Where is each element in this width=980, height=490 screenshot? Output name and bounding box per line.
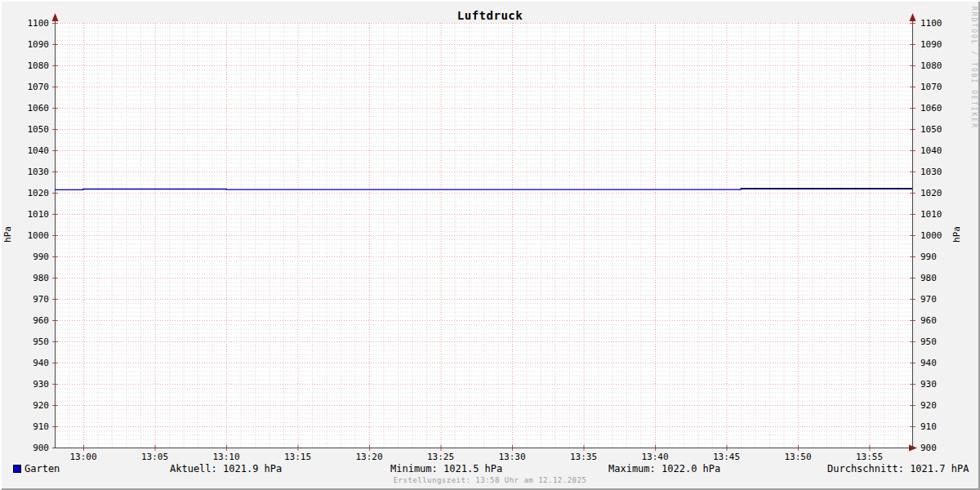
x-axis-tick-label: 13:45 xyxy=(709,452,745,462)
y-axis-tick-label-left: 950 xyxy=(15,336,49,347)
y-axis-tick-label-right: 970 xyxy=(920,294,955,305)
x-axis-tick-label: 13:00 xyxy=(65,452,101,462)
y-axis-tick-label-right: 910 xyxy=(920,421,955,432)
y-axis-tick-label-left: 1100 xyxy=(15,18,49,29)
y-axis-tick-label-left: 970 xyxy=(15,294,49,305)
x-axis-tick-label: 13:20 xyxy=(351,452,387,462)
x-axis-tick-label: 13:10 xyxy=(208,452,244,462)
y-axis-tick-label-right: 1000 xyxy=(920,230,955,241)
legend-stat-current: Aktuell: 1021.9 hPa xyxy=(170,463,282,474)
y-axis-tick-label-right: 1040 xyxy=(920,145,955,156)
y-axis-tick-label-left: 910 xyxy=(15,421,49,432)
legend-color-swatch xyxy=(13,465,21,473)
y-axis-tick-label-left: 1060 xyxy=(15,103,49,114)
y-axis-tick-label-right: 1080 xyxy=(920,60,955,71)
y-axis-tick-label-right: 920 xyxy=(920,400,955,411)
y-axis-tick-label-right: 1070 xyxy=(920,82,955,92)
y-axis-tick-label-right: 960 xyxy=(920,315,955,326)
y-axis-tick-label-left: 920 xyxy=(15,400,49,411)
y-axis-tick-label-left: 1050 xyxy=(15,124,49,135)
chart-canvas xyxy=(0,0,980,490)
x-axis-tick-label: 13:30 xyxy=(494,452,530,462)
y-axis-tick-label-right: 1020 xyxy=(920,188,955,198)
y-axis-label-left: hPa xyxy=(2,220,14,249)
y-axis-tick-label-right: 1090 xyxy=(920,39,955,50)
y-axis-tick-label-right: 990 xyxy=(920,252,955,262)
y-axis-tick-label-right: 1100 xyxy=(920,18,955,29)
pressure-graph: Luftdruck RRDTOOL / TOBI OETIKER hPa hPa… xyxy=(0,0,980,490)
y-axis-tick-label-left: 1000 xyxy=(15,230,49,241)
y-axis-tick-label-left: 1070 xyxy=(15,82,49,92)
y-axis-tick-label-left: 1010 xyxy=(15,209,49,220)
x-axis-tick-label: 13:35 xyxy=(566,452,602,462)
y-axis-tick-label-right: 940 xyxy=(920,358,955,368)
y-axis-tick-label-left: 1030 xyxy=(15,167,49,177)
y-axis-tick-label-left: 900 xyxy=(15,443,49,453)
rrdtool-watermark: RRDTOOL / TOBI OETIKER xyxy=(970,7,978,129)
legend-stat-maximum: Maximum: 1022.0 hPa xyxy=(608,463,720,474)
legend-stat-average: Durchschnitt: 1021.7 hPA xyxy=(827,463,969,474)
y-axis-tick-label-left: 990 xyxy=(15,252,49,262)
y-axis-tick-label-right: 950 xyxy=(920,336,955,347)
y-axis-tick-label-right: 1050 xyxy=(920,124,955,135)
y-axis-tick-label-right: 900 xyxy=(920,443,955,453)
y-axis-tick-label-left: 980 xyxy=(15,273,49,283)
creation-timestamp: Erstellungszeit: 13:58 Uhr am 12.12.2025 xyxy=(0,476,980,484)
x-axis-tick-label: 13:40 xyxy=(637,452,673,462)
x-axis-tick-label: 13:25 xyxy=(423,452,459,462)
y-axis-tick-label-left: 960 xyxy=(15,315,49,326)
y-axis-tick-label-left: 1020 xyxy=(15,188,49,198)
y-axis-tick-label-left: 1080 xyxy=(15,60,49,71)
y-axis-tick-label-left: 930 xyxy=(15,379,49,390)
y-axis-tick-label-left: 1040 xyxy=(15,145,49,156)
y-axis-tick-label-right: 1010 xyxy=(920,209,955,220)
y-axis-tick-label-right: 980 xyxy=(920,273,955,283)
chart-title: Luftdruck xyxy=(0,9,980,22)
x-axis-tick-label: 13:55 xyxy=(852,452,888,462)
y-axis-tick-label-right: 930 xyxy=(920,379,955,390)
y-axis-tick-label-left: 940 xyxy=(15,358,49,368)
x-axis-tick-label: 13:50 xyxy=(780,452,816,462)
x-axis-tick-label: 13:05 xyxy=(137,452,173,462)
legend-series-label: Garten xyxy=(24,463,60,474)
legend-stat-minimum: Minimum: 1021.5 hPa xyxy=(390,463,502,474)
y-axis-tick-label-right: 1030 xyxy=(920,167,955,177)
y-axis-tick-label-left: 1090 xyxy=(15,39,49,50)
x-axis-tick-label: 13:15 xyxy=(280,452,316,462)
y-axis-tick-label-right: 1060 xyxy=(920,103,955,114)
